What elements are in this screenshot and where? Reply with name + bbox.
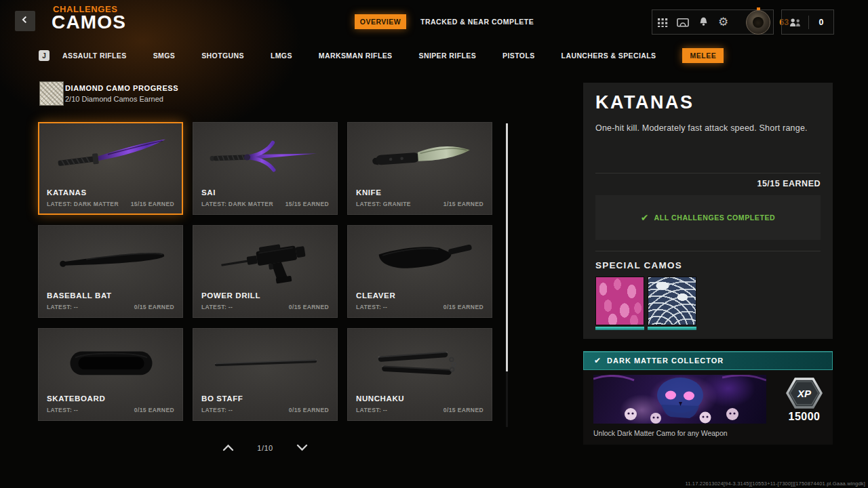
card-earned: 0/15 EARNED [134, 304, 174, 310]
card-earned: 0/15 EARNED [443, 407, 484, 413]
weapon-card-cleaver[interactable]: CLEAVER LATEST: --0/15 EARNED [347, 225, 492, 318]
tab-smgs[interactable]: SMGS [153, 52, 176, 60]
challenges-completed-label: ALL CHALLENGES COMPLETED [654, 214, 776, 222]
card-latest: LATEST: DARK MATTER [201, 201, 273, 207]
card-name: POWER DRILL [201, 291, 260, 300]
camos-screen: CHALLENGES CAMOS OVERVIEW TRACKED & NEAR… [0, 0, 868, 488]
camo-rarity-bar [595, 327, 644, 330]
weapon-card-nunchaku[interactable]: NUNCHAKU LATEST: --0/15 EARNED [347, 328, 492, 421]
skateboard-image [47, 333, 176, 392]
page-up-button[interactable] [222, 442, 234, 454]
check-icon: ✔ [594, 357, 601, 365]
power-drill-image [201, 230, 330, 289]
card-latest: LATEST: -- [356, 407, 387, 413]
diamond-camo-swatch [39, 81, 64, 106]
card-latest: LATEST: -- [201, 304, 233, 310]
xp-reward-value: 15000 [786, 411, 823, 423]
baseball-bat-image [47, 230, 176, 289]
party-people-icon [789, 16, 802, 28]
bo-staff-image [201, 333, 330, 392]
card-name: SAI [201, 188, 216, 197]
knife-image [356, 127, 485, 186]
player-rank-emblem[interactable] [746, 10, 770, 35]
weapon-card-grid: KATANAS LATEST: DARK MATTER15/15 EARNED … [38, 122, 492, 421]
tab-melee[interactable]: MELEE [682, 48, 724, 63]
weapon-card-skateboard[interactable]: SKATEBOARD LATEST: --0/15 EARNED [38, 328, 183, 421]
card-latest: LATEST: -- [356, 304, 387, 310]
pagination: 1/10 [38, 442, 492, 454]
header-toolbar: ⚙ 63 [652, 9, 774, 35]
card-latest: LATEST: -- [47, 304, 78, 310]
card-earned: 0/15 EARNED [289, 304, 329, 310]
weapon-card-power-drill[interactable]: POWER DRILL LATEST: --0/15 EARNED [193, 225, 338, 318]
grid-scrollbar[interactable] [506, 123, 508, 427]
card-earned: 1/15 EARNED [443, 201, 484, 207]
page-indicator: 1/10 [257, 444, 273, 452]
apps-grid-icon[interactable] [658, 16, 668, 28]
party-widget[interactable]: 0 [781, 9, 834, 35]
tab-lmgs[interactable]: LMGS [271, 52, 292, 60]
key-hint-j: J [39, 50, 50, 61]
detail-earned-count: 15/15 EARNED [757, 179, 821, 188]
game-hub-icon[interactable] [677, 16, 689, 28]
card-name: KNIFE [356, 188, 382, 197]
back-chevron-icon [20, 15, 30, 27]
diamond-progress-title: DIAMOND CAMO PROGRESS [65, 84, 178, 92]
card-latest: LATEST: DARK MATTER [47, 201, 119, 207]
page-title: CAMOS [52, 12, 126, 33]
card-latest: LATEST: -- [47, 407, 78, 413]
tab-shotguns[interactable]: SHOTGUNS [201, 52, 244, 60]
card-earned: 15/15 EARNED [131, 201, 174, 207]
camo-rarity-bar [648, 327, 696, 330]
weapon-card-bo-staff[interactable]: BO STAFF LATEST: --0/15 EARNED [193, 328, 338, 421]
svg-text:XP: XP [797, 388, 812, 399]
divider [595, 251, 821, 251]
settings-gear-icon[interactable]: ⚙ [718, 16, 728, 28]
weapon-card-katanas[interactable]: KATANAS LATEST: DARK MATTER15/15 EARNED [38, 122, 183, 215]
weapon-card-sai[interactable]: SAI LATEST: DARK MATTER15/15 EARNED [193, 122, 338, 215]
tab-marksman-rifles[interactable]: MARKSMAN RIFLES [319, 52, 393, 60]
katana-image [47, 127, 176, 186]
dark-matter-collector-banner[interactable]: ✔ DARK MATTER COLLECTOR [583, 351, 833, 370]
detail-description: One-hit kill. Moderately fast attack spe… [595, 123, 819, 133]
weapon-category-tabs: J ASSAULT RIFLES SMGS SHOTGUNS LMGS MARK… [39, 47, 724, 64]
page-down-button[interactable] [296, 442, 308, 454]
notifications-bell-icon[interactable] [698, 16, 709, 28]
card-name: SKATEBOARD [47, 394, 105, 403]
dark-matter-artwork [593, 375, 766, 424]
special-camos-title: SPECIAL CAMOS [595, 260, 682, 270]
detail-panel: KATANAS One-hit kill. Moderately fast at… [583, 83, 833, 339]
grid-scrollbar-thumb[interactable] [506, 123, 508, 371]
divider [595, 173, 821, 174]
tab-pistols[interactable]: PISTOLS [502, 52, 535, 60]
tab-launchers-specials[interactable]: LAUNCHERS & SPECIALS [561, 52, 656, 60]
special-camo-pink-petals[interactable] [595, 277, 644, 330]
special-camo-great-wave[interactable] [648, 277, 696, 330]
tab-sniper-rifles[interactable]: SNIPER RIFLES [419, 52, 477, 60]
xp-badge-icon: XP [786, 377, 823, 409]
card-name: NUNCHAKU [356, 394, 404, 403]
party-count: 0 [809, 18, 833, 27]
tab-overview[interactable]: OVERVIEW [355, 14, 406, 29]
weapon-card-baseball-bat[interactable]: BASEBALL BAT LATEST: --0/15 EARNED [38, 225, 183, 318]
card-name: BO STAFF [201, 394, 243, 403]
tab-tracked-near-complete[interactable]: TRACKED & NEAR COMPLETE [420, 18, 534, 26]
card-name: KATANAS [47, 188, 87, 197]
skull-art-image [593, 375, 766, 424]
check-icon: ✔ [641, 213, 649, 222]
card-latest: LATEST: GRANITE [356, 201, 411, 207]
weapon-card-knife[interactable]: KNIFE LATEST: GRANITE1/15 EARNED [347, 122, 492, 215]
cleaver-image [356, 230, 485, 289]
tab-assault-rifles[interactable]: ASSAULT RIFLES [62, 52, 127, 60]
card-name: CLEAVER [356, 291, 395, 300]
collector-title: DARK MATTER COLLECTOR [607, 357, 724, 365]
diamond-progress-subtitle: 2/10 Diamond Camos Earned [65, 95, 163, 103]
card-earned: 0/15 EARNED [443, 304, 484, 310]
nunchaku-image [356, 333, 485, 392]
detail-title: KATANAS [595, 92, 694, 113]
challenges-completed-box: ✔ ALL CHALLENGES COMPLETED [595, 195, 821, 240]
back-button[interactable] [15, 11, 35, 31]
pink-petals-camo-image [595, 277, 644, 325]
dark-matter-collector-body: XP 15000 Unlock Dark Matter Camo for any… [583, 370, 833, 445]
special-camos-row [595, 277, 696, 330]
